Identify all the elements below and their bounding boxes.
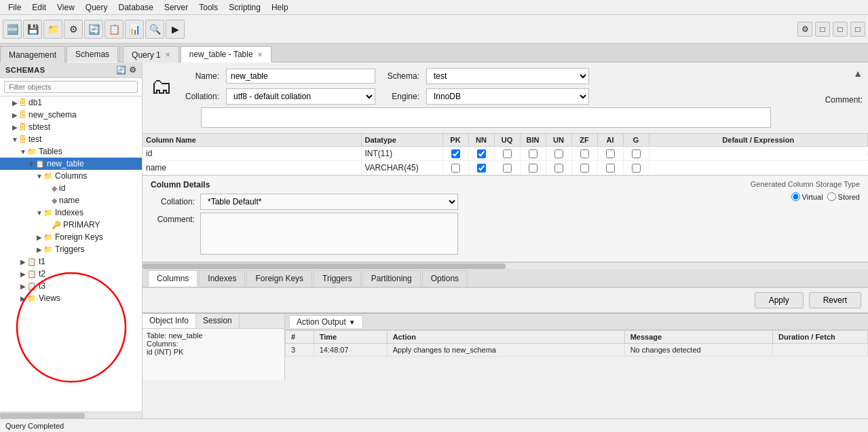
col-id-zf[interactable]: [580, 149, 589, 158]
toolbar-clipboard-btn[interactable]: 📋: [105, 20, 124, 39]
tab-session[interactable]: Session: [196, 314, 240, 328]
editor-tab-indexes[interactable]: Indexes: [199, 270, 245, 287]
collation-select[interactable]: utf8 - default collation: [226, 88, 375, 105]
table-name-input[interactable]: [226, 69, 375, 84]
tab-schemas[interactable]: Schemas: [67, 46, 118, 62]
tree-item-test[interactable]: ▼ 🗄 test: [0, 133, 142, 145]
tab-management[interactable]: Management: [0, 46, 65, 62]
col-name-un[interactable]: [554, 164, 563, 173]
tree-hscroll[interactable]: [0, 412, 142, 418]
col-name-pk[interactable]: [451, 164, 460, 173]
toolbar-refresh-btn[interactable]: 🔄: [84, 20, 103, 39]
tree-item-t3[interactable]: ▶ 📋 t3: [0, 280, 142, 292]
menu-file[interactable]: File: [3, 1, 26, 14]
expand-t3-icon: ▶: [19, 283, 27, 290]
tree-item-col-id[interactable]: ◆ id: [0, 182, 142, 194]
col-name-uq[interactable]: [503, 164, 512, 173]
menu-server[interactable]: Server: [159, 1, 193, 14]
status-text: Query Completed: [5, 422, 64, 430]
col-id-uq[interactable]: [503, 149, 512, 158]
col-id-nn[interactable]: [477, 149, 486, 158]
grid-hscroll[interactable]: [143, 262, 868, 269]
tree-item-foreign-keys[interactable]: ▶ 📁 Foreign Keys: [0, 231, 142, 243]
tree-item-columns[interactable]: ▼ 📁 Columns: [0, 170, 142, 182]
tree-item-sbtest[interactable]: ▶ 🗄 sbtest: [0, 121, 142, 133]
col-id-g[interactable]: [632, 149, 641, 158]
tree-item-new-table[interactable]: ▼ 📋 new_table: [0, 158, 142, 170]
name-label: Name:: [182, 71, 219, 81]
col-name-nn[interactable]: [477, 164, 486, 173]
tab-new-table[interactable]: new_table - Table ✕: [181, 46, 271, 62]
col-name-zf[interactable]: [580, 164, 589, 173]
col-id-un[interactable]: [554, 149, 563, 158]
toolbar-settings-icon[interactable]: ⚙: [797, 22, 812, 37]
toolbar-save-btn[interactable]: 📁: [43, 20, 62, 39]
menu-database[interactable]: Database: [113, 1, 159, 14]
schemas-actions: 🔄 ⚙: [116, 65, 136, 75]
apply-button[interactable]: Apply: [755, 292, 804, 308]
menu-query[interactable]: Query: [80, 1, 113, 14]
generated-column-title: Generated Column Storage Type: [751, 180, 860, 188]
editor-tab-columns[interactable]: Columns: [148, 270, 197, 287]
toolbar-run-btn[interactable]: ▶: [166, 20, 185, 39]
output-col-duration: Duration / Fetch: [773, 331, 868, 344]
tab-query1[interactable]: Query 1 ✕: [123, 46, 179, 62]
tree-item-tables[interactable]: ▼ 📁 Tables: [0, 145, 142, 158]
tree-item-db1[interactable]: ▶ 🗄 db1: [0, 96, 142, 109]
col-id-ai[interactable]: [606, 149, 615, 158]
schema-config-icon[interactable]: ⚙: [129, 65, 136, 75]
toolbar-view3-icon[interactable]: □: [850, 22, 865, 37]
editor-tab-options[interactable]: Options: [422, 270, 468, 287]
col-name-bin[interactable]: [529, 164, 537, 173]
indexes-folder-icon: 📁: [43, 209, 53, 217]
col-name-g[interactable]: [632, 164, 641, 173]
tree-item-primary[interactable]: 🔑 PRIMARY: [0, 219, 142, 231]
tree-label-new-table: new_table: [47, 159, 84, 168]
menu-scripting[interactable]: Scripting: [223, 1, 266, 14]
editor-tab-foreign-keys[interactable]: Foreign Keys: [246, 270, 312, 287]
toolbar-view2-icon[interactable]: □: [833, 22, 848, 37]
stored-radio[interactable]: [827, 192, 836, 201]
col-zf-header: ZF: [572, 134, 598, 146]
menu-edit[interactable]: Edit: [26, 1, 52, 14]
toolbar-search-btn[interactable]: 🔍: [145, 20, 164, 39]
comment-textarea[interactable]: [201, 107, 771, 128]
toolbar-table-btn[interactable]: 📊: [125, 20, 144, 39]
menu-view[interactable]: View: [52, 1, 80, 14]
tree-item-t2[interactable]: ▶ 📋 t2: [0, 268, 142, 280]
collapse-btn[interactable]: ▲: [853, 68, 863, 79]
tree-item-views[interactable]: ▶ 📁 Views: [0, 292, 142, 304]
statusbar: Query Completed: [0, 418, 868, 432]
engine-select[interactable]: InnoDB: [426, 88, 589, 105]
schema-select[interactable]: test: [426, 68, 589, 84]
tab-new-table-close[interactable]: ✕: [257, 51, 263, 58]
tab-query1-close[interactable]: ✕: [165, 51, 170, 58]
revert-button[interactable]: Revert: [809, 292, 861, 308]
output-col-time: Time: [314, 331, 387, 344]
toolbar-open-btn[interactable]: 💾: [23, 20, 42, 39]
list-item: 3 14:48:07 Apply changes to new_schema N…: [286, 344, 868, 357]
filter-input[interactable]: [4, 81, 138, 93]
tree-item-new-schema[interactable]: ▶ 🗄 new_schema: [0, 109, 142, 121]
menu-help[interactable]: Help: [266, 1, 294, 14]
toolbar-new-btn[interactable]: 🆕: [3, 20, 22, 39]
collation-detail-select[interactable]: *Table Default*: [200, 194, 458, 210]
editor-tab-partitioning[interactable]: Partitioning: [362, 270, 421, 287]
virtual-radio[interactable]: [791, 192, 800, 201]
tab-object-info[interactable]: Object Info: [143, 314, 196, 328]
tree-item-triggers[interactable]: ▶ 📁 Triggers: [0, 243, 142, 255]
toolbar-view1-icon[interactable]: □: [815, 22, 830, 37]
toolbar-exec-btn[interactable]: ⚙: [64, 20, 83, 39]
action-output-dropdown-icon[interactable]: ▼: [349, 319, 356, 326]
tab-action-output[interactable]: Action Output ▼: [289, 315, 363, 328]
schema-refresh-icon[interactable]: 🔄: [116, 65, 126, 75]
editor-tab-triggers[interactable]: Triggers: [314, 270, 361, 287]
col-id-bin[interactable]: [529, 149, 537, 158]
col-name-ai[interactable]: [606, 164, 615, 173]
menu-tools[interactable]: Tools: [193, 1, 223, 14]
col-id-pk[interactable]: [451, 149, 460, 158]
tree-item-t1[interactable]: ▶ 📋 t1: [0, 255, 142, 268]
comment-detail-textarea[interactable]: [200, 213, 458, 255]
tree-item-col-name[interactable]: ◆ name: [0, 194, 142, 206]
tree-item-indexes[interactable]: ▼ 📁 Indexes: [0, 206, 142, 219]
